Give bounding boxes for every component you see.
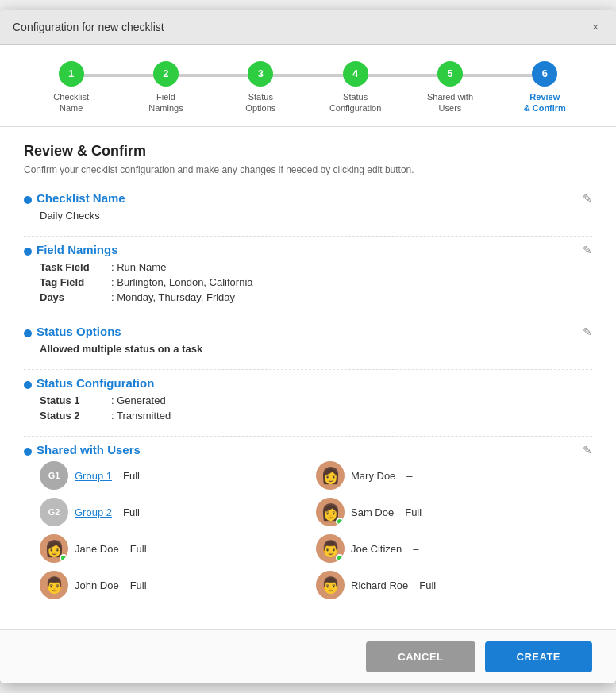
checklist-name-title: Checklist Name [37, 191, 125, 205]
jane-doe-name: Jane Doe [75, 543, 119, 555]
john-doe-name: John Doe [75, 579, 119, 591]
modal-footer: CANCEL CREATE [0, 629, 616, 683]
status-options-title: Status Options [37, 325, 121, 338]
modal-body: Review & Confirm Confirm your checklist … [0, 127, 616, 629]
online-indicator [336, 554, 344, 562]
avatar [40, 534, 68, 563]
status-config-title: Status Configuration [37, 376, 154, 390]
field-namings-title: Field Namings [37, 243, 118, 256]
richard-roe-access: Full [419, 579, 436, 591]
step-3: 3 StatusOptions [214, 61, 308, 114]
users-left-col: G1 Group 1 Full G2 Group 2 Full [40, 461, 316, 599]
list-item: John Doe Full [40, 571, 316, 599]
step-6-label: Review& Confirm [524, 91, 566, 114]
step-5-label: Shared withUsers [427, 91, 473, 114]
jane-doe-access: Full [130, 543, 147, 555]
step-3-label: StatusOptions [245, 91, 275, 114]
group1-name[interactable]: Group 1 [75, 470, 112, 482]
days-value: : Monday, Thursday, Friday [111, 291, 235, 303]
mary-doe-name: Mary Doe [351, 470, 395, 482]
status2-label: Status 2 [40, 410, 111, 422]
checklist-name-content: Daily Checks [37, 210, 592, 221]
checklist-name-value: Daily Checks [40, 210, 592, 221]
online-indicator [60, 554, 67, 562]
create-button[interactable]: CREATE [485, 641, 592, 672]
step-6-circle: 6 [532, 61, 557, 87]
modal: Configuration for new checklist × 1 Chec… [0, 10, 616, 684]
step-6: 6 Review& Confirm [498, 61, 592, 114]
modal-title: Configuration for new checklist [13, 21, 164, 33]
status1-label: Status 1 [40, 395, 111, 406]
sam-doe-access: Full [405, 506, 422, 518]
step-2-label: FieldNamings [148, 91, 183, 114]
step-5: 5 Shared withUsers [402, 61, 497, 114]
step-2: 2 FieldNamings [118, 61, 213, 114]
step-2-circle: 2 [153, 61, 179, 87]
modal-header: Configuration for new checklist × [0, 10, 616, 45]
status1-value: : Generated [111, 395, 166, 406]
avatar [316, 571, 345, 599]
avatar [40, 571, 68, 599]
shared-users-content: G1 Group 1 Full G2 Group 2 Full [37, 461, 592, 599]
tag-field-row: Tag Field : Burlington, London, Californ… [40, 276, 592, 288]
group1-access: Full [123, 470, 140, 482]
step-4: 4 StatusConfiguration [308, 61, 402, 114]
step-4-label: StatusConfiguration [329, 91, 381, 114]
status-config-content: Status 1 : Generated Status 2 : Transmit… [37, 395, 592, 422]
list-item: Jane Doe Full [40, 534, 316, 563]
joe-citizen-name: Joe Citizen [351, 543, 402, 555]
richard-roe-name: Richard Roe [351, 579, 408, 591]
tag-field-value: : Burlington, London, California [111, 276, 253, 288]
status-options-section: Status Options ✎ Allowed multiple status… [24, 325, 592, 355]
shared-users-title: Shared with Users [37, 443, 141, 456]
status1-row: Status 1 : Generated [40, 395, 592, 406]
field-namings-edit-icon[interactable]: ✎ [583, 244, 592, 256]
status-options-note: Allowed multiple status on a task [40, 343, 592, 355]
list-item: Mary Doe – [316, 461, 592, 490]
step-1-circle: 1 [59, 61, 84, 87]
shared-users-header: Shared with Users ✎ [37, 443, 592, 456]
field-namings-section: Field Namings ✎ Task Field : Run Name Ta… [24, 243, 592, 303]
status-options-header: Status Options ✎ [37, 325, 592, 338]
page-subtitle: Confirm your checklist configuration and… [24, 164, 592, 175]
joe-citizen-access: – [413, 543, 418, 555]
status-config-section: Status Configuration Status 1 : Generate… [24, 376, 592, 422]
shared-users-edit-icon[interactable]: ✎ [583, 444, 592, 456]
mary-doe-access: – [406, 470, 412, 482]
days-row: Days : Monday, Thursday, Friday [40, 291, 592, 303]
field-namings-header: Field Namings ✎ [37, 243, 592, 256]
avatar: G2 [40, 498, 68, 526]
task-field-label: Task Field [40, 261, 111, 273]
shared-users-section: Shared with Users ✎ G1 Group 1 Full [24, 443, 592, 599]
status2-row: Status 2 : Transmitted [40, 410, 592, 422]
status-options-edit-icon[interactable]: ✎ [583, 325, 592, 338]
tag-field-label: Tag Field [40, 276, 111, 288]
status-config-header: Status Configuration [37, 376, 592, 390]
cancel-button[interactable]: CANCEL [366, 641, 475, 672]
sam-doe-name: Sam Doe [351, 506, 394, 518]
stepper: 1 ChecklistName 2 FieldNamings 3 StatusO… [0, 45, 616, 128]
list-item: Joe Citizen – [316, 534, 592, 563]
online-indicator [336, 518, 344, 526]
group2-access: Full [123, 506, 140, 518]
field-namings-content: Task Field : Run Name Tag Field : Burlin… [37, 261, 592, 303]
task-field-value: : Run Name [111, 261, 166, 273]
close-button[interactable]: × [587, 19, 603, 35]
checklist-name-edit-icon[interactable]: ✎ [583, 192, 592, 205]
step-5-circle: 5 [437, 61, 463, 87]
step-4-circle: 4 [343, 61, 368, 87]
avatar: G1 [40, 461, 68, 490]
avatar [316, 461, 345, 490]
avatar [316, 534, 345, 563]
group2-name[interactable]: Group 2 [75, 506, 112, 518]
avatar [316, 498, 345, 526]
days-label: Days [40, 291, 111, 303]
list-item: Sam Doe Full [316, 498, 592, 526]
step-3-circle: 3 [248, 61, 273, 87]
john-doe-access: Full [130, 579, 147, 591]
step-1-label: ChecklistName [53, 91, 89, 114]
page-title: Review & Confirm [24, 143, 592, 160]
checklist-name-section: Checklist Name ✎ Daily Checks [24, 191, 592, 221]
users-right-col: Mary Doe – Sam Doe Full [316, 461, 592, 599]
users-grid: G1 Group 1 Full G2 Group 2 Full [40, 461, 592, 599]
